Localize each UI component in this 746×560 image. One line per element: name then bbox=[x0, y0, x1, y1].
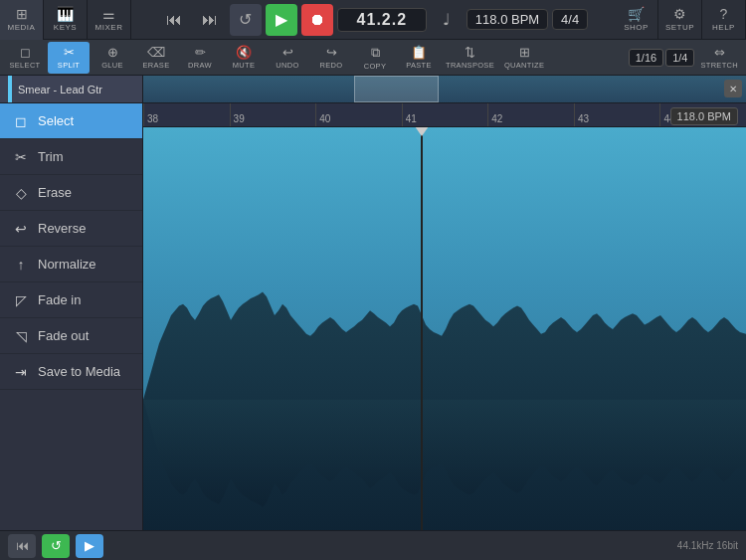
ruler-mark-41: 41 bbox=[402, 103, 488, 126]
track-header: Smear - Lead Gtr bbox=[0, 76, 142, 103]
waveform-area: ✕ 38 39 40 41 42 43 44 118.0 BPM bbox=[143, 76, 746, 530]
minimap-waveform bbox=[143, 76, 746, 102]
menu-item-fadeout-label: Fade out bbox=[38, 328, 89, 343]
menu-item-trim[interactable]: ✂ Trim bbox=[0, 139, 142, 175]
timesig-display[interactable]: 4/4 bbox=[552, 9, 588, 30]
second-toolbar: ◻ SELECT ✂ SPLIT ⊕ GLUE ⌫ ERASE ✏ DRAW 🔇… bbox=[0, 40, 746, 76]
menu-item-erase[interactable]: ◇ Erase bbox=[0, 175, 142, 211]
ruler-mark-40: 40 bbox=[315, 103, 402, 126]
rewind-button[interactable]: ⏮ bbox=[158, 4, 190, 36]
bpm-display[interactable]: 118.0 BPM bbox=[466, 9, 548, 30]
ruler-mark-42: 42 bbox=[487, 103, 574, 126]
menu-list: ◻ Select ✂ Trim ◇ Erase ↩ Reverse ↑ Norm… bbox=[0, 103, 142, 530]
keys-button[interactable]: 🎹 KEYS bbox=[44, 0, 88, 40]
copy-icon: ⧉ bbox=[371, 45, 380, 61]
timeline-ruler: 38 39 40 41 42 43 44 118.0 BPM bbox=[143, 103, 746, 127]
mute-tool-button[interactable]: 🔇 MUTE bbox=[223, 42, 265, 74]
reverse-icon: ↩ bbox=[12, 221, 30, 237]
help-icon: ? bbox=[720, 7, 728, 21]
menu-item-normalize[interactable]: ↑ Normalize bbox=[0, 247, 142, 282]
menu-item-select[interactable]: ◻ Select bbox=[0, 103, 142, 139]
quantize-button[interactable]: ⊞ QUANTIZE bbox=[500, 42, 548, 74]
menu-item-fadeout[interactable]: ◹ Fade out bbox=[0, 318, 142, 354]
sample-info: 44.1kHz 16bit bbox=[677, 540, 738, 551]
snap-display-2[interactable]: 1/4 bbox=[665, 49, 694, 67]
loop-button[interactable]: ↺ bbox=[230, 4, 262, 36]
minimap[interactable]: ✕ bbox=[143, 76, 746, 103]
mixer-icon: ⚌ bbox=[102, 7, 115, 21]
media-button[interactable]: ⊞ MEDIA bbox=[0, 0, 44, 40]
erase-menu-icon: ◇ bbox=[12, 185, 30, 201]
shop-button[interactable]: 🛒 SHOP bbox=[615, 0, 658, 40]
glue-tool-button[interactable]: ⊕ GLUE bbox=[92, 42, 133, 74]
menu-item-savetomedia-label: Save to Media bbox=[38, 364, 120, 379]
help-button[interactable]: ? HELP bbox=[702, 0, 746, 40]
normalize-icon: ↑ bbox=[12, 257, 30, 273]
select-menu-icon: ◻ bbox=[12, 113, 30, 129]
menu-item-select-label: Select bbox=[38, 113, 74, 128]
bottom-play-button[interactable]: ▶ bbox=[76, 534, 103, 558]
split-icon: ✂ bbox=[64, 45, 75, 60]
gear-icon: ⚙ bbox=[673, 7, 686, 21]
metro-button[interactable]: ♩ bbox=[431, 4, 463, 36]
left-panel: Smear - Lead Gtr ◻ Select ✂ Trim ◇ Erase… bbox=[0, 76, 143, 530]
quantize-icon: ⊞ bbox=[519, 45, 530, 60]
draw-tool-button[interactable]: ✏ DRAW bbox=[179, 42, 221, 74]
menu-item-reverse-label: Reverse bbox=[38, 221, 86, 236]
undo-button[interactable]: ↩ UNDO bbox=[267, 42, 308, 74]
select-tool-button[interactable]: ◻ SELECT bbox=[4, 42, 46, 74]
fadeout-icon: ◹ bbox=[12, 328, 30, 344]
play-button[interactable]: ▶ bbox=[266, 4, 297, 36]
transpose-icon: ⇅ bbox=[465, 45, 475, 60]
menu-item-normalize-label: Normalize bbox=[38, 257, 96, 272]
menu-item-savetomedia[interactable]: ⇥ Save to Media bbox=[0, 354, 142, 390]
bottom-rewind-button[interactable]: ⏮ bbox=[8, 534, 36, 558]
waveform-canvas[interactable] bbox=[143, 127, 746, 530]
playhead-line bbox=[421, 127, 423, 530]
eraser-icon: ⌫ bbox=[147, 45, 165, 60]
mute-icon: 🔇 bbox=[236, 45, 252, 60]
media-icon: ⊞ bbox=[16, 7, 28, 21]
snap-display-1[interactable]: 1/16 bbox=[629, 49, 663, 67]
undo-icon: ↩ bbox=[282, 45, 293, 60]
bottom-loop-button[interactable]: ↺ bbox=[42, 534, 70, 558]
keys-icon: 🎹 bbox=[57, 7, 74, 21]
split-tool-button[interactable]: ✂ SPLIT bbox=[48, 42, 90, 74]
main-area: Smear - Lead Gtr ◻ Select ✂ Trim ◇ Erase… bbox=[0, 76, 746, 530]
paste-button[interactable]: 📋 PASTE bbox=[398, 42, 440, 74]
trim-icon: ✂ bbox=[12, 149, 30, 165]
menu-item-erase-label: Erase bbox=[38, 185, 72, 200]
shop-icon: 🛒 bbox=[628, 7, 645, 21]
menu-item-fadein-label: Fade in bbox=[38, 292, 81, 307]
ruler-mark-39: 39 bbox=[230, 103, 316, 126]
position-display[interactable]: 41.2.2 bbox=[337, 8, 427, 32]
menu-item-fadein[interactable]: ◸ Fade in bbox=[0, 282, 142, 318]
redo-button[interactable]: ↪ REDO bbox=[310, 42, 352, 74]
draw-icon: ✏ bbox=[195, 45, 206, 60]
track-name: Smear - Lead Gtr bbox=[18, 84, 102, 95]
top-toolbar: ⊞ MEDIA 🎹 KEYS ⚌ MIXER ⏮ ⏭ ↺ ▶ ⏺ 41.2.2 … bbox=[0, 0, 746, 40]
waveform-svg bbox=[143, 269, 746, 530]
setup-button[interactable]: ⚙ SETUP bbox=[658, 0, 702, 40]
track-color-bar bbox=[8, 76, 12, 102]
menu-item-reverse[interactable]: ↩ Reverse bbox=[0, 211, 142, 247]
skip-button[interactable]: ⏭ bbox=[194, 4, 226, 36]
mixer-button[interactable]: ⚌ MIXER bbox=[88, 0, 131, 40]
transport-controls: ⏮ ⏭ ↺ ▶ ⏺ 41.2.2 ♩ 118.0 BPM 4/4 bbox=[131, 4, 615, 36]
ruler-mark-43: 43 bbox=[574, 103, 660, 126]
copy-button[interactable]: ⧉ COPY bbox=[354, 42, 396, 74]
transpose-button[interactable]: ⇅ TRANSPOSE bbox=[442, 42, 498, 74]
bpm-badge: 118.0 BPM bbox=[670, 107, 738, 125]
minimap-indicator[interactable] bbox=[354, 76, 439, 102]
ruler-mark-38: 38 bbox=[143, 103, 230, 126]
glue-icon: ⊕ bbox=[107, 45, 118, 60]
ruler-marks: 38 39 40 41 42 43 44 bbox=[143, 103, 746, 126]
close-button[interactable]: ✕ bbox=[724, 80, 742, 97]
stretch-icon: ⇔ bbox=[714, 45, 725, 60]
playhead-marker bbox=[415, 127, 429, 136]
record-button[interactable]: ⏺ bbox=[301, 4, 333, 36]
erase-tool-button[interactable]: ⌫ ERASE bbox=[135, 42, 177, 74]
savetomedia-icon: ⇥ bbox=[12, 364, 30, 380]
menu-item-trim-label: Trim bbox=[38, 149, 64, 164]
stretch-button[interactable]: ⇔ STRETCH bbox=[696, 42, 742, 74]
